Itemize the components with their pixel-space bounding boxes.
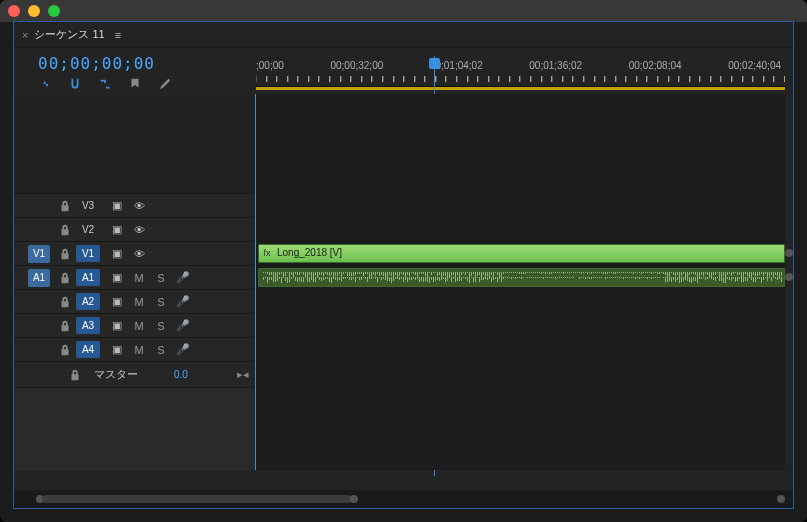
sync-lock-icon[interactable]: ▣	[106, 343, 128, 356]
insert-overwrite-icon[interactable]	[38, 77, 52, 91]
linked-selection-icon[interactable]	[98, 77, 112, 91]
zoom-nav-dot[interactable]	[785, 273, 793, 281]
voice-record-icon[interactable]: 🎤	[172, 343, 194, 356]
clip-lane-a3[interactable]	[256, 314, 785, 338]
playhead-timecode[interactable]: 00;00;00;00	[38, 54, 155, 73]
sequence-tab-label[interactable]: シーケンス 11	[34, 27, 104, 42]
track-header-a4[interactable]: A4 ▣ M S 🎤	[14, 338, 255, 362]
master-level-value[interactable]: 0.0	[174, 369, 188, 380]
track-header-v3[interactable]: V3 ▣ 👁	[14, 194, 255, 218]
sync-lock-icon[interactable]: ▣	[106, 295, 128, 308]
lock-icon[interactable]	[58, 222, 76, 236]
timeline-body: V3 ▣ 👁 V2 ▣ 👁 V1 V1 ▣	[14, 94, 793, 470]
voice-record-icon[interactable]: 🎤	[172, 271, 194, 284]
solo-button[interactable]: S	[150, 272, 172, 284]
settings-icon[interactable]	[158, 77, 172, 91]
solo-button[interactable]: S	[150, 296, 172, 308]
sync-lock-icon[interactable]: ▣	[106, 319, 128, 332]
track-header-v1[interactable]: V1 V1 ▣ 👁	[14, 242, 255, 266]
track-target-a3[interactable]: A3	[76, 317, 100, 334]
solo-button[interactable]: S	[150, 320, 172, 332]
clip-lane-a4[interactable]	[256, 338, 785, 362]
toggle-output-icon[interactable]: 👁	[128, 200, 150, 212]
clip-lane-a1[interactable]	[256, 266, 785, 290]
zoom-nav-dot[interactable]	[785, 249, 793, 257]
source-patch-a3[interactable]	[28, 317, 50, 335]
source-patch-v2[interactable]	[28, 221, 50, 239]
mute-button[interactable]: M	[128, 344, 150, 356]
voice-record-icon[interactable]: 🎤	[172, 295, 194, 308]
source-patch-a4[interactable]	[28, 341, 50, 359]
close-sequence-icon[interactable]: ×	[22, 29, 28, 41]
lock-icon[interactable]	[58, 318, 76, 332]
track-header-a1[interactable]: A1 A1 ▣ M S 🎤	[14, 266, 255, 290]
lock-icon[interactable]	[58, 342, 76, 356]
time-ruler[interactable]: ;00;00 00;00;32;00 00;01;04;02 00;01;36;…	[256, 56, 785, 88]
clip-lane-a2[interactable]	[256, 290, 785, 314]
track-target-v2[interactable]: V2	[76, 221, 100, 238]
timeline-window: × シーケンス 11 ≡ 00;00;00;00 ;00;00 00;00;32…	[0, 0, 807, 522]
ruler-labels: ;00;00 00;00;32;00 00;01;04;02 00;01;36;…	[256, 60, 785, 71]
video-clip[interactable]: fx Long_2018 [V]	[258, 244, 785, 263]
clip-area: fx Long_2018 [V]	[256, 94, 785, 470]
snap-icon[interactable]	[68, 77, 82, 91]
clip-lane-v1[interactable]: fx Long_2018 [V]	[256, 242, 785, 266]
track-header-v2[interactable]: V2 ▣ 👁	[14, 218, 255, 242]
zoom-handle-icon[interactable]	[350, 495, 358, 503]
track-header-a2[interactable]: A2 ▣ M S 🎤	[14, 290, 255, 314]
source-patch-a1[interactable]: A1	[28, 269, 50, 287]
clip-lane-v3[interactable]	[256, 194, 785, 218]
clip-lane-v2[interactable]	[256, 218, 785, 242]
waveform-icon	[263, 277, 780, 283]
work-area-bar[interactable]	[256, 86, 785, 90]
lock-icon[interactable]	[58, 270, 76, 284]
track-target-v3[interactable]: V3	[76, 197, 100, 214]
track-header-area: V3 ▣ 👁 V2 ▣ 👁 V1 V1 ▣	[14, 94, 256, 470]
zoom-icon[interactable]	[48, 5, 60, 17]
source-patch-v3[interactable]	[28, 197, 50, 215]
mute-button[interactable]: M	[128, 272, 150, 284]
toggle-output-icon[interactable]: 👁	[128, 224, 150, 236]
clip-lane-master[interactable]	[256, 362, 785, 386]
minimize-icon[interactable]	[28, 5, 40, 17]
output-assign-icon[interactable]: ▸◂	[237, 368, 249, 381]
track-header-a3[interactable]: A3 ▣ M S 🎤	[14, 314, 255, 338]
mac-titlebar	[0, 0, 807, 22]
track-target-a1[interactable]: A1	[76, 269, 100, 286]
clip-spacer-top	[256, 94, 785, 194]
zoom-handle-icon[interactable]	[777, 495, 785, 503]
panel-menu-icon[interactable]: ≡	[115, 29, 121, 41]
lock-icon[interactable]	[58, 246, 76, 260]
lock-icon[interactable]	[58, 294, 76, 308]
lock-icon[interactable]	[68, 367, 86, 381]
voice-record-icon[interactable]: 🎤	[172, 319, 194, 332]
zoom-scrollbar[interactable]	[42, 495, 352, 503]
markers-icon[interactable]	[128, 77, 142, 91]
timeline-panel: × シーケンス 11 ≡ 00;00;00;00 ;00;00 00;00;32…	[14, 22, 793, 508]
track-spacer-top	[14, 94, 255, 194]
mute-button[interactable]: M	[128, 296, 150, 308]
sync-lock-icon[interactable]: ▣	[106, 199, 128, 212]
mute-button[interactable]: M	[128, 320, 150, 332]
master-track-header[interactable]: マスター 0.0 ▸◂	[14, 362, 255, 388]
sync-lock-icon[interactable]: ▣	[106, 223, 128, 236]
close-icon[interactable]	[8, 5, 20, 17]
ruler-ticks	[256, 76, 785, 86]
timeline-header: 00;00;00;00 ;00;00 00;00;32;00 00;01;04;…	[14, 48, 793, 94]
audio-clip[interactable]	[258, 268, 785, 287]
timeline-tools	[38, 77, 172, 91]
sync-lock-icon[interactable]: ▣	[106, 247, 128, 260]
lock-icon[interactable]	[58, 198, 76, 212]
clip-label: Long_2018 [V]	[259, 245, 784, 258]
sync-lock-icon[interactable]: ▣	[106, 271, 128, 284]
track-target-a2[interactable]: A2	[76, 293, 100, 310]
source-patch-a2[interactable]	[28, 293, 50, 311]
timeline-zoom-bar	[14, 490, 793, 508]
clip-fx-icon: fx	[261, 247, 273, 259]
master-label: マスター	[94, 367, 138, 382]
solo-button[interactable]: S	[150, 344, 172, 356]
toggle-output-icon[interactable]: 👁	[128, 248, 150, 260]
track-target-a4[interactable]: A4	[76, 341, 100, 358]
source-patch-v1[interactable]: V1	[28, 245, 50, 263]
track-target-v1[interactable]: V1	[76, 245, 100, 262]
